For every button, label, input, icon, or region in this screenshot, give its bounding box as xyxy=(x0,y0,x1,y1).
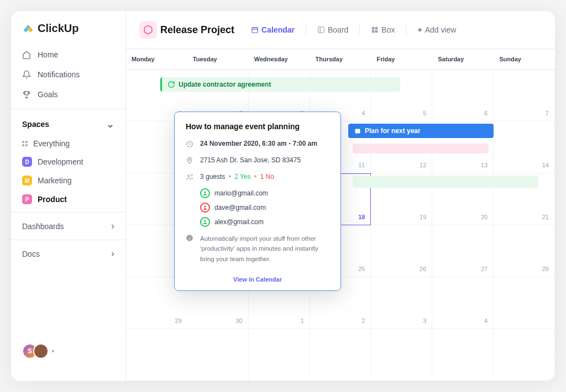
space-badge: M xyxy=(22,176,32,186)
grid-icon xyxy=(22,141,28,146)
info-icon xyxy=(186,234,193,264)
board-icon xyxy=(317,26,325,34)
space-development[interactable]: D Development xyxy=(22,152,114,171)
space-badge: P xyxy=(22,194,32,204)
clock-icon xyxy=(186,140,193,150)
svg-point-12 xyxy=(204,192,206,193)
guest-row: mario@gmail.com xyxy=(175,186,340,200)
calendar-icon xyxy=(251,26,259,34)
week-header: MondayTuesdayWednesdayThursdayFridaySatu… xyxy=(126,49,555,70)
docs-row[interactable]: Docs› xyxy=(11,240,125,267)
chevron-right-icon: › xyxy=(111,248,114,259)
tab-board[interactable]: Board xyxy=(312,22,354,38)
svg-rect-1 xyxy=(318,27,324,33)
user-avatars[interactable]: S ▼ xyxy=(11,343,125,370)
add-view-button[interactable]: + Add view xyxy=(412,22,462,38)
popover-location: 2715 Ash Dr. San Jose, SD 83475 xyxy=(175,153,340,169)
event-popover: How to manage event planning 24 November… xyxy=(174,112,341,291)
event-green-bar[interactable] xyxy=(353,176,538,188)
topbar: Release Project Calendar Board Box + Add… xyxy=(126,11,555,49)
project-title: Release Project xyxy=(160,24,234,36)
guest-avatar-icon xyxy=(200,217,210,227)
svg-rect-7 xyxy=(355,129,360,134)
bell-icon xyxy=(22,70,31,79)
dashboards-row[interactable]: Dashboards› xyxy=(11,212,125,240)
svg-rect-0 xyxy=(252,28,258,33)
calendar-icon xyxy=(354,127,361,135)
clickup-logo-icon xyxy=(22,23,34,35)
popover-datetime: 24 November 2020, 6:30 am - 7:00 am xyxy=(175,136,340,153)
location-icon xyxy=(186,157,193,166)
popover-guests: 3 guests • 2 Yes • 1 No xyxy=(175,169,340,186)
avatar xyxy=(33,343,49,359)
svg-rect-5 xyxy=(375,30,378,33)
popover-title: How to manage event planning xyxy=(175,112,340,136)
dropdown-icon: ▼ xyxy=(51,349,55,354)
svg-point-13 xyxy=(204,206,206,208)
view-in-calendar-link[interactable]: View in Calendar xyxy=(175,268,340,290)
svg-point-10 xyxy=(189,159,191,161)
nav-home[interactable]: Home xyxy=(11,45,125,65)
chevron-down-icon: ⌄ xyxy=(106,118,114,130)
tab-box[interactable]: Box xyxy=(365,22,400,38)
plus-icon: + xyxy=(417,25,422,34)
space-product[interactable]: P Product xyxy=(22,190,114,209)
logo[interactable]: ClickUp xyxy=(11,22,125,45)
home-icon xyxy=(22,50,31,59)
spaces-header[interactable]: Spaces⌄ xyxy=(22,118,114,135)
nav-notifications[interactable]: Notifications xyxy=(11,65,125,84)
svg-rect-4 xyxy=(372,30,375,33)
event-pink[interactable] xyxy=(353,144,489,153)
project-icon xyxy=(139,21,157,39)
space-everything[interactable]: Everything xyxy=(22,135,114,152)
guest-row: dave@gmail.com xyxy=(175,200,340,215)
people-icon xyxy=(186,173,193,183)
svg-point-11 xyxy=(188,175,190,177)
space-marketing[interactable]: M Marketing xyxy=(22,171,114,190)
box-icon xyxy=(371,26,379,34)
app-window: ClickUp Home Notifications Goals Spaces⌄… xyxy=(11,11,555,381)
sidebar: ClickUp Home Notifications Goals Spaces⌄… xyxy=(11,11,126,381)
chevron-right-icon: › xyxy=(111,220,114,232)
svg-point-14 xyxy=(204,220,206,222)
popover-description: Automatically import your stuff from oth… xyxy=(175,229,340,268)
svg-rect-3 xyxy=(375,27,378,30)
trophy-icon xyxy=(22,90,31,99)
event-contractor[interactable]: Update contractor agreement xyxy=(160,77,400,92)
nav-goals[interactable]: Goals xyxy=(11,84,125,104)
space-badge: D xyxy=(22,157,32,167)
tab-calendar[interactable]: Calendar xyxy=(245,22,300,38)
guest-avatar-icon xyxy=(200,203,210,213)
sync-icon xyxy=(167,81,175,88)
event-plan[interactable]: Plan for next year xyxy=(348,124,494,138)
spaces-section: Spaces⌄ Everything D Development M Marke… xyxy=(11,109,125,212)
guest-avatar-icon xyxy=(200,188,210,198)
guest-row: alex@gmail.com xyxy=(175,215,340,229)
svg-rect-2 xyxy=(372,27,375,30)
